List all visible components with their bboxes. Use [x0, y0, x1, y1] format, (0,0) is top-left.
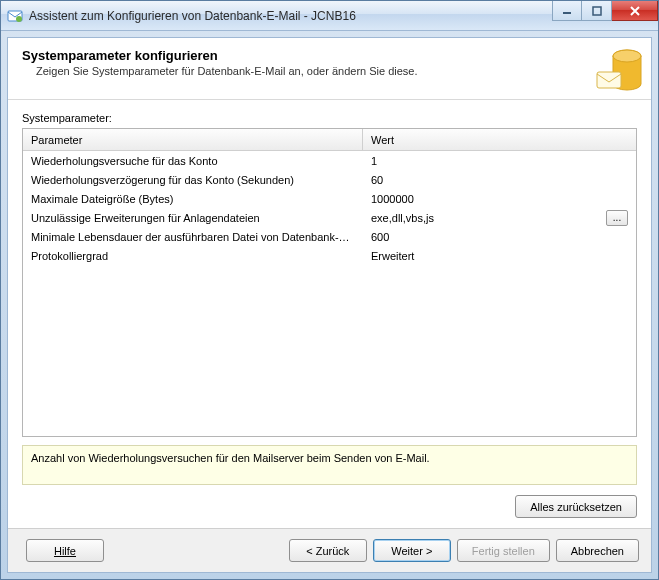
page-subtitle: Zeigen Sie Systemparameter für Datenbank…	[36, 65, 637, 77]
value-text: 1	[371, 155, 628, 167]
back-button[interactable]: < Zurück	[289, 539, 367, 562]
window-title: Assistent zum Konfigurieren von Datenban…	[29, 9, 356, 23]
value-cell[interactable]: exe,dll,vbs,js...	[363, 210, 636, 226]
table-row[interactable]: Maximale Dateigröße (Bytes)1000000	[23, 189, 636, 208]
wizard-header: Systemparameter konfigurieren Zeigen Sie…	[8, 38, 651, 100]
value-cell[interactable]: 600	[363, 231, 636, 243]
value-cell[interactable]: 1	[363, 155, 636, 167]
database-icon	[591, 44, 643, 96]
grid-rows: Wiederholungsversuche für das Konto1Wied…	[23, 151, 636, 436]
wizard-footer: Hilfe < Zurück Weiter > Fertig stellen A…	[8, 528, 651, 572]
parameters-grid: Parameter Wert Wiederholungsversuche für…	[22, 128, 637, 437]
value-text: exe,dll,vbs,js	[371, 212, 602, 224]
next-button[interactable]: Weiter >	[373, 539, 451, 562]
wizard-panel: Systemparameter konfigurieren Zeigen Sie…	[7, 37, 652, 573]
param-cell: Protokolliergrad	[23, 250, 363, 262]
grid-header: Parameter Wert	[23, 129, 636, 151]
value-text: Erweitert	[371, 250, 628, 262]
value-cell[interactable]: Erweitert	[363, 250, 636, 262]
param-cell: Wiederholungsverzögerung für das Konto (…	[23, 174, 363, 186]
cancel-button[interactable]: Abbrechen	[556, 539, 639, 562]
value-text: 60	[371, 174, 628, 186]
column-header-parameter[interactable]: Parameter	[23, 129, 363, 150]
value-cell[interactable]: 60	[363, 174, 636, 186]
table-row[interactable]: Minimale Lebensdauer der ausführbaren Da…	[23, 227, 636, 246]
value-text: 1000000	[371, 193, 628, 205]
reset-all-button[interactable]: Alles zurücksetzen	[515, 495, 637, 518]
svg-rect-3	[593, 7, 601, 15]
hint-box: Anzahl von Wiederholungsversuchen für de…	[22, 445, 637, 485]
svg-point-5	[613, 50, 641, 62]
value-cell[interactable]: 1000000	[363, 193, 636, 205]
param-cell: Minimale Lebensdauer der ausführbaren Da…	[23, 231, 363, 243]
page-title: Systemparameter konfigurieren	[22, 48, 637, 63]
close-button[interactable]	[612, 1, 658, 21]
minimize-button[interactable]	[552, 1, 582, 21]
browse-button[interactable]: ...	[606, 210, 628, 226]
section-label: Systemparameter:	[22, 112, 637, 124]
finish-button: Fertig stellen	[457, 539, 550, 562]
column-header-value[interactable]: Wert	[363, 129, 636, 150]
param-cell: Unzulässige Erweiterungen für Anlagendat…	[23, 212, 363, 224]
table-row[interactable]: Unzulässige Erweiterungen für Anlagendat…	[23, 208, 636, 227]
param-cell: Maximale Dateigröße (Bytes)	[23, 193, 363, 205]
help-button[interactable]: Hilfe	[26, 539, 104, 562]
svg-point-1	[16, 16, 22, 22]
maximize-button[interactable]	[582, 1, 612, 21]
window-controls	[552, 1, 658, 21]
svg-rect-6	[597, 72, 621, 88]
table-row[interactable]: ProtokolliergradErweitert	[23, 246, 636, 265]
titlebar[interactable]: Assistent zum Konfigurieren von Datenban…	[1, 1, 658, 31]
table-row[interactable]: Wiederholungsverzögerung für das Konto (…	[23, 170, 636, 189]
value-text: 600	[371, 231, 628, 243]
table-row[interactable]: Wiederholungsversuche für das Konto1	[23, 151, 636, 170]
app-icon	[7, 8, 23, 24]
param-cell: Wiederholungsversuche für das Konto	[23, 155, 363, 167]
